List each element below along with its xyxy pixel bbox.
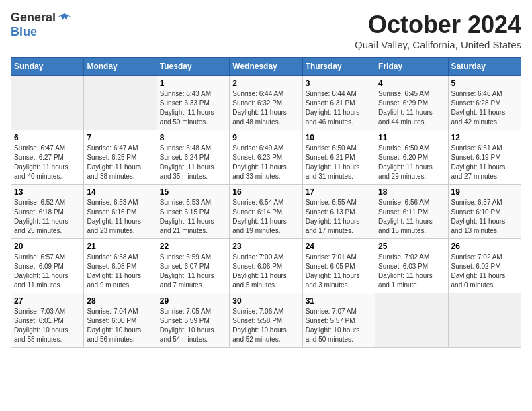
calendar-cell: 15Sunrise: 6:53 AMSunset: 6:15 PMDayligh… — [157, 185, 229, 239]
calendar-cell: 20Sunrise: 6:57 AMSunset: 6:09 PMDayligh… — [11, 239, 84, 293]
calendar-cell: 16Sunrise: 6:54 AMSunset: 6:14 PMDayligh… — [230, 185, 302, 239]
logo: General Blue — [11, 11, 72, 39]
day-number: 18 — [378, 187, 445, 197]
day-info: Sunrise: 7:04 AMSunset: 6:00 PMDaylight:… — [87, 307, 153, 345]
calendar-table: SundayMondayTuesdayWednesdayThursdayFrid… — [11, 57, 521, 348]
calendar-cell: 17Sunrise: 6:55 AMSunset: 6:13 PMDayligh… — [302, 185, 375, 239]
day-number: 13 — [14, 187, 81, 197]
day-number: 12 — [451, 133, 518, 142]
day-number: 14 — [87, 187, 153, 197]
calendar-cell: 5Sunrise: 6:46 AMSunset: 6:28 PMDaylight… — [448, 76, 521, 130]
calendar-cell: 23Sunrise: 7:00 AMSunset: 6:06 PMDayligh… — [230, 239, 302, 293]
day-number: 29 — [160, 296, 226, 306]
weekday-header-tuesday: Tuesday — [157, 58, 229, 76]
day-info: Sunrise: 7:07 AMSunset: 5:57 PMDaylight:… — [306, 307, 372, 345]
day-info: Sunrise: 7:06 AMSunset: 5:58 PMDaylight:… — [232, 307, 299, 345]
logo-blue-text: Blue — [11, 25, 37, 38]
day-info: Sunrise: 6:59 AMSunset: 6:07 PMDaylight:… — [160, 253, 226, 290]
day-number: 8 — [160, 133, 226, 142]
day-info: Sunrise: 6:49 AMSunset: 6:23 PMDaylight:… — [232, 144, 299, 181]
calendar-cell: 26Sunrise: 7:02 AMSunset: 6:02 PMDayligh… — [448, 239, 521, 293]
day-info: Sunrise: 6:53 AMSunset: 6:15 PMDaylight:… — [160, 198, 226, 236]
calendar-cell: 27Sunrise: 7:03 AMSunset: 6:01 PMDayligh… — [11, 293, 84, 348]
day-number: 16 — [232, 187, 299, 197]
calendar-cell — [375, 293, 448, 348]
day-number: 17 — [306, 187, 372, 197]
weekday-header-friday: Friday — [375, 58, 448, 76]
day-number: 9 — [232, 133, 299, 142]
calendar-cell: 31Sunrise: 7:07 AMSunset: 5:57 PMDayligh… — [302, 293, 375, 348]
calendar-week-row: 27Sunrise: 7:03 AMSunset: 6:01 PMDayligh… — [11, 293, 521, 348]
day-number: 10 — [306, 133, 372, 142]
day-info: Sunrise: 6:44 AMSunset: 6:32 PMDaylight:… — [232, 89, 299, 127]
day-number: 3 — [306, 79, 372, 88]
day-number: 25 — [378, 242, 445, 251]
calendar-cell: 24Sunrise: 7:01 AMSunset: 6:05 PMDayligh… — [302, 239, 375, 293]
calendar-cell — [84, 76, 157, 130]
page-subtitle: Quail Valley, California, United States — [355, 39, 521, 50]
day-info: Sunrise: 7:02 AMSunset: 6:03 PMDaylight:… — [378, 253, 445, 290]
day-info: Sunrise: 7:05 AMSunset: 5:59 PMDaylight:… — [160, 307, 226, 345]
calendar-week-row: 13Sunrise: 6:52 AMSunset: 6:18 PMDayligh… — [11, 185, 521, 239]
day-number: 23 — [232, 242, 299, 251]
day-number: 7 — [87, 133, 153, 142]
title-block: October 2024 Quail Valley, California, U… — [355, 11, 521, 50]
day-info: Sunrise: 6:51 AMSunset: 6:19 PMDaylight:… — [451, 144, 518, 181]
day-info: Sunrise: 6:57 AMSunset: 6:09 PMDaylight:… — [14, 253, 81, 290]
day-number: 11 — [378, 133, 445, 142]
calendar-cell: 9Sunrise: 6:49 AMSunset: 6:23 PMDaylight… — [230, 130, 302, 185]
weekday-header-sunday: Sunday — [11, 58, 84, 76]
day-info: Sunrise: 6:47 AMSunset: 6:27 PMDaylight:… — [14, 144, 81, 181]
day-number: 15 — [160, 187, 226, 197]
calendar-cell: 1Sunrise: 6:43 AMSunset: 6:33 PMDaylight… — [157, 76, 229, 130]
svg-marker-0 — [57, 13, 72, 20]
day-number: 30 — [232, 296, 299, 306]
weekday-header-wednesday: Wednesday — [230, 58, 302, 76]
calendar-cell: 11Sunrise: 6:50 AMSunset: 6:20 PMDayligh… — [375, 130, 448, 185]
day-info: Sunrise: 7:03 AMSunset: 6:01 PMDaylight:… — [14, 307, 81, 345]
day-number: 2 — [232, 79, 299, 88]
day-number: 31 — [306, 296, 372, 306]
calendar-cell: 4Sunrise: 6:45 AMSunset: 6:29 PMDaylight… — [375, 76, 448, 130]
day-info: Sunrise: 6:46 AMSunset: 6:28 PMDaylight:… — [451, 89, 518, 127]
calendar-cell: 19Sunrise: 6:57 AMSunset: 6:10 PMDayligh… — [448, 185, 521, 239]
day-number: 21 — [87, 242, 153, 251]
calendar-cell — [448, 293, 521, 348]
day-info: Sunrise: 6:44 AMSunset: 6:31 PMDaylight:… — [306, 89, 372, 127]
weekday-header-monday: Monday — [84, 58, 157, 76]
page-title: October 2024 — [355, 11, 521, 39]
day-number: 5 — [451, 79, 518, 88]
day-info: Sunrise: 6:54 AMSunset: 6:14 PMDaylight:… — [232, 198, 299, 236]
day-info: Sunrise: 7:02 AMSunset: 6:02 PMDaylight:… — [451, 253, 518, 290]
calendar-cell: 10Sunrise: 6:50 AMSunset: 6:21 PMDayligh… — [302, 130, 375, 185]
day-number: 26 — [451, 242, 518, 251]
calendar-cell: 30Sunrise: 7:06 AMSunset: 5:58 PMDayligh… — [230, 293, 302, 348]
calendar-cell: 22Sunrise: 6:59 AMSunset: 6:07 PMDayligh… — [157, 239, 229, 293]
calendar-cell: 13Sunrise: 6:52 AMSunset: 6:18 PMDayligh… — [11, 185, 84, 239]
calendar-cell: 18Sunrise: 6:56 AMSunset: 6:11 PMDayligh… — [375, 185, 448, 239]
calendar-cell: 14Sunrise: 6:53 AMSunset: 6:16 PMDayligh… — [84, 185, 157, 239]
calendar-cell: 7Sunrise: 6:47 AMSunset: 6:25 PMDaylight… — [84, 130, 157, 185]
day-info: Sunrise: 6:55 AMSunset: 6:13 PMDaylight:… — [306, 198, 372, 236]
day-info: Sunrise: 6:50 AMSunset: 6:21 PMDaylight:… — [306, 144, 372, 181]
day-number: 19 — [451, 187, 518, 197]
calendar-week-row: 6Sunrise: 6:47 AMSunset: 6:27 PMDaylight… — [11, 130, 521, 185]
day-info: Sunrise: 6:52 AMSunset: 6:18 PMDaylight:… — [14, 198, 81, 236]
day-info: Sunrise: 6:56 AMSunset: 6:11 PMDaylight:… — [378, 198, 445, 236]
weekday-header-thursday: Thursday — [302, 58, 375, 76]
day-info: Sunrise: 6:48 AMSunset: 6:24 PMDaylight:… — [160, 144, 226, 181]
day-number: 22 — [160, 242, 226, 251]
day-number: 20 — [14, 242, 81, 251]
calendar-header-row: SundayMondayTuesdayWednesdayThursdayFrid… — [11, 58, 521, 76]
day-number: 1 — [160, 79, 226, 88]
calendar-body: 1Sunrise: 6:43 AMSunset: 6:33 PMDaylight… — [11, 76, 521, 348]
calendar-cell: 6Sunrise: 6:47 AMSunset: 6:27 PMDaylight… — [11, 130, 84, 185]
day-number: 4 — [378, 79, 445, 88]
calendar-cell: 12Sunrise: 6:51 AMSunset: 6:19 PMDayligh… — [448, 130, 521, 185]
day-number: 28 — [87, 296, 153, 306]
day-info: Sunrise: 6:47 AMSunset: 6:25 PMDaylight:… — [87, 144, 153, 181]
logo-general-text: General — [11, 11, 56, 25]
day-info: Sunrise: 6:50 AMSunset: 6:20 PMDaylight:… — [378, 144, 445, 181]
day-info: Sunrise: 6:45 AMSunset: 6:29 PMDaylight:… — [378, 89, 445, 127]
calendar-cell — [11, 76, 84, 130]
